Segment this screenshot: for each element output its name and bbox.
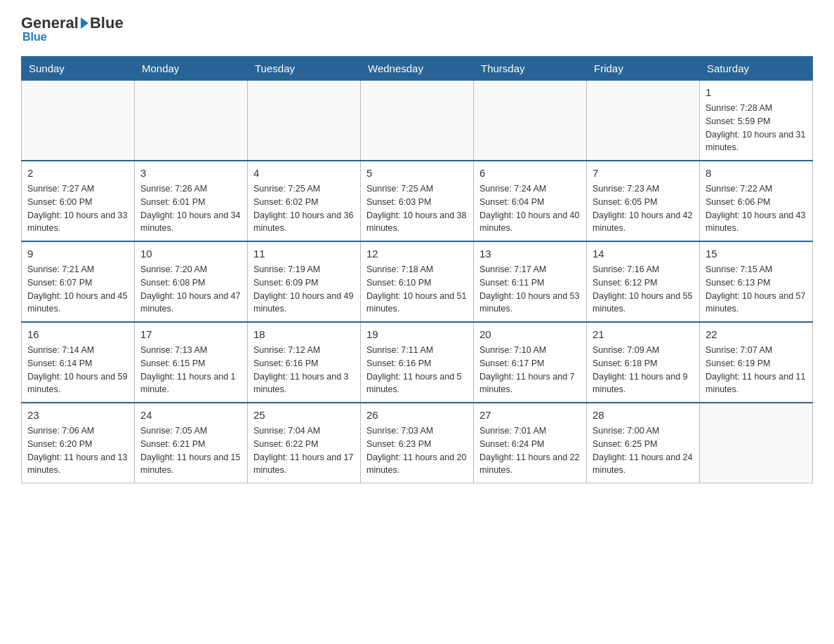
day-number: 26	[366, 408, 468, 422]
day-number: 27	[479, 408, 581, 422]
calendar-cell	[135, 81, 248, 161]
day-info: Sunrise: 7:24 AM Sunset: 6:04 PM Dayligh…	[479, 182, 581, 235]
calendar-cell: 3Sunrise: 7:26 AM Sunset: 6:01 PM Daylig…	[135, 161, 248, 241]
calendar-cell: 16Sunrise: 7:14 AM Sunset: 6:14 PM Dayli…	[22, 322, 135, 403]
day-info: Sunrise: 7:27 AM Sunset: 6:00 PM Dayligh…	[27, 182, 128, 235]
calendar-cell	[22, 81, 135, 161]
logo-blue: Blue	[90, 14, 124, 32]
day-number: 6	[479, 166, 581, 180]
day-number: 21	[593, 327, 694, 342]
calendar-week-row: 23Sunrise: 7:06 AM Sunset: 6:20 PM Dayli…	[22, 403, 813, 483]
day-info: Sunrise: 7:21 AM Sunset: 6:07 PM Dayligh…	[27, 263, 128, 316]
day-info: Sunrise: 7:03 AM Sunset: 6:23 PM Dayligh…	[366, 424, 468, 477]
day-number: 5	[366, 166, 468, 180]
calendar-week-row: 16Sunrise: 7:14 AM Sunset: 6:14 PM Dayli…	[22, 322, 813, 403]
day-number: 17	[140, 327, 241, 342]
day-info: Sunrise: 7:06 AM Sunset: 6:20 PM Dayligh…	[27, 424, 128, 477]
day-info: Sunrise: 7:28 AM Sunset: 5:59 PM Dayligh…	[706, 102, 807, 154]
calendar-cell: 12Sunrise: 7:18 AM Sunset: 6:10 PM Dayli…	[361, 241, 474, 322]
day-info: Sunrise: 7:00 AM Sunset: 6:25 PM Dayligh…	[593, 424, 694, 477]
calendar-cell: 1Sunrise: 7:28 AM Sunset: 5:59 PM Daylig…	[700, 81, 813, 161]
calendar-cell	[587, 81, 700, 161]
calendar-cell	[474, 81, 587, 161]
day-info: Sunrise: 7:12 AM Sunset: 6:16 PM Dayligh…	[253, 344, 355, 396]
day-info: Sunrise: 7:26 AM Sunset: 6:01 PM Dayligh…	[140, 182, 241, 235]
day-info: Sunrise: 7:04 AM Sunset: 6:22 PM Dayligh…	[253, 424, 355, 477]
day-info: Sunrise: 7:11 AM Sunset: 6:16 PM Dayligh…	[366, 344, 468, 396]
day-number: 7	[593, 166, 694, 180]
day-number: 3	[140, 166, 241, 180]
logo-arrow-icon	[81, 18, 88, 29]
logo-subtitle: Blue	[21, 31, 47, 43]
calendar-week-row: 1Sunrise: 7:28 AM Sunset: 5:59 PM Daylig…	[22, 81, 813, 161]
calendar-cell: 14Sunrise: 7:16 AM Sunset: 6:12 PM Dayli…	[587, 241, 700, 322]
calendar-cell: 8Sunrise: 7:22 AM Sunset: 6:06 PM Daylig…	[700, 161, 813, 241]
day-info: Sunrise: 7:16 AM Sunset: 6:12 PM Dayligh…	[593, 263, 694, 316]
calendar-header-row: SundayMondayTuesdayWednesdayThursdayFrid…	[22, 57, 813, 81]
day-info: Sunrise: 7:23 AM Sunset: 6:05 PM Dayligh…	[593, 182, 694, 235]
weekday-header-tuesday: Tuesday	[248, 57, 361, 81]
day-number: 16	[27, 327, 128, 342]
day-number: 19	[366, 327, 468, 342]
day-number: 23	[27, 408, 128, 422]
day-info: Sunrise: 7:25 AM Sunset: 6:02 PM Dayligh…	[253, 182, 355, 235]
calendar-cell: 10Sunrise: 7:20 AM Sunset: 6:08 PM Dayli…	[135, 241, 248, 322]
day-number: 22	[706, 327, 807, 342]
calendar-week-row: 2Sunrise: 7:27 AM Sunset: 6:00 PM Daylig…	[22, 161, 813, 241]
day-info: Sunrise: 7:22 AM Sunset: 6:06 PM Dayligh…	[706, 182, 807, 235]
page-header: GeneralBlue Blue	[21, 14, 813, 43]
logo: GeneralBlue Blue	[21, 14, 124, 43]
day-number: 25	[253, 408, 355, 422]
calendar-table: SundayMondayTuesdayWednesdayThursdayFrid…	[21, 56, 813, 483]
calendar-cell: 27Sunrise: 7:01 AM Sunset: 6:24 PM Dayli…	[474, 403, 587, 483]
calendar-week-row: 9Sunrise: 7:21 AM Sunset: 6:07 PM Daylig…	[22, 241, 813, 322]
calendar-cell: 9Sunrise: 7:21 AM Sunset: 6:07 PM Daylig…	[22, 241, 135, 322]
weekday-header-saturday: Saturday	[700, 57, 813, 81]
logo-text: GeneralBlue	[21, 14, 124, 32]
day-number: 24	[140, 408, 241, 422]
calendar-cell: 5Sunrise: 7:25 AM Sunset: 6:03 PM Daylig…	[361, 161, 474, 241]
day-number: 11	[253, 246, 355, 261]
calendar-cell: 7Sunrise: 7:23 AM Sunset: 6:05 PM Daylig…	[587, 161, 700, 241]
calendar-cell: 13Sunrise: 7:17 AM Sunset: 6:11 PM Dayli…	[474, 241, 587, 322]
calendar-cell: 23Sunrise: 7:06 AM Sunset: 6:20 PM Dayli…	[22, 403, 135, 483]
day-info: Sunrise: 7:19 AM Sunset: 6:09 PM Dayligh…	[253, 263, 355, 316]
day-info: Sunrise: 7:20 AM Sunset: 6:08 PM Dayligh…	[140, 263, 241, 316]
weekday-header-monday: Monday	[135, 57, 248, 81]
day-number: 15	[706, 246, 807, 261]
weekday-header-friday: Friday	[587, 57, 700, 81]
day-info: Sunrise: 7:05 AM Sunset: 6:21 PM Dayligh…	[140, 424, 241, 477]
calendar-cell: 6Sunrise: 7:24 AM Sunset: 6:04 PM Daylig…	[474, 161, 587, 241]
calendar-cell: 2Sunrise: 7:27 AM Sunset: 6:00 PM Daylig…	[22, 161, 135, 241]
calendar-cell	[248, 81, 361, 161]
day-info: Sunrise: 7:18 AM Sunset: 6:10 PM Dayligh…	[366, 263, 468, 316]
calendar-cell: 11Sunrise: 7:19 AM Sunset: 6:09 PM Dayli…	[248, 241, 361, 322]
calendar-cell: 24Sunrise: 7:05 AM Sunset: 6:21 PM Dayli…	[135, 403, 248, 483]
day-number: 12	[366, 246, 468, 261]
calendar-cell: 17Sunrise: 7:13 AM Sunset: 6:15 PM Dayli…	[135, 322, 248, 403]
day-number: 14	[593, 246, 694, 261]
weekday-header-sunday: Sunday	[22, 57, 135, 81]
day-info: Sunrise: 7:15 AM Sunset: 6:13 PM Dayligh…	[706, 263, 807, 316]
calendar-cell: 18Sunrise: 7:12 AM Sunset: 6:16 PM Dayli…	[248, 322, 361, 403]
day-number: 20	[479, 327, 581, 342]
calendar-cell	[361, 81, 474, 161]
calendar-cell	[700, 403, 813, 483]
weekday-header-thursday: Thursday	[474, 57, 587, 81]
calendar-cell: 19Sunrise: 7:11 AM Sunset: 6:16 PM Dayli…	[361, 322, 474, 403]
day-number: 28	[593, 408, 694, 422]
calendar-cell: 20Sunrise: 7:10 AM Sunset: 6:17 PM Dayli…	[474, 322, 587, 403]
day-number: 18	[253, 327, 355, 342]
day-number: 1	[706, 85, 807, 100]
calendar-cell: 22Sunrise: 7:07 AM Sunset: 6:19 PM Dayli…	[700, 322, 813, 403]
day-number: 13	[479, 246, 581, 261]
day-number: 9	[27, 246, 128, 261]
day-number: 2	[27, 166, 128, 180]
logo-general: General	[21, 14, 79, 32]
day-info: Sunrise: 7:13 AM Sunset: 6:15 PM Dayligh…	[140, 344, 241, 396]
day-number: 10	[140, 246, 241, 261]
calendar-cell: 28Sunrise: 7:00 AM Sunset: 6:25 PM Dayli…	[587, 403, 700, 483]
calendar-cell: 25Sunrise: 7:04 AM Sunset: 6:22 PM Dayli…	[248, 403, 361, 483]
day-number: 8	[706, 166, 807, 180]
day-info: Sunrise: 7:25 AM Sunset: 6:03 PM Dayligh…	[366, 182, 468, 235]
